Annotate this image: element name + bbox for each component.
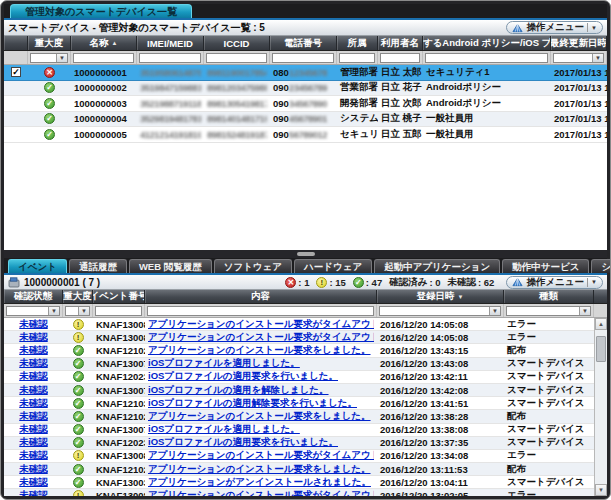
event-row[interactable]: 未確認 KNAF130038 アプリケーションがアンインストールされました。 2…	[4, 476, 594, 489]
policy-filter-input[interactable]	[425, 53, 548, 63]
imei-filter-input[interactable]	[139, 53, 201, 63]
event-content-filter-input[interactable]	[147, 306, 374, 316]
header-imei[interactable]: IMEI/MEID	[137, 36, 204, 50]
event-content-link[interactable]: アプリケーションのインストール要求がタイムアウトしました。	[148, 450, 374, 462]
header-last-updated[interactable]: 最終更新日時	[551, 36, 607, 50]
confirm-state-link[interactable]: 未確認	[19, 318, 48, 330]
severity-filter-dropdown[interactable]: ▼	[30, 53, 68, 63]
event-content-link[interactable]: アプリケーションのインストール要求がタイムアウトしました。	[148, 331, 374, 343]
event-content-link[interactable]: iOSプロファイルの適用要求を行いました。	[148, 371, 338, 383]
event-scrollbar[interactable]: ▲ ▼	[594, 318, 607, 496]
device-row[interactable]: ✓ 1000000003 35219887191184 898130541981…	[4, 96, 607, 112]
event-row[interactable]: 未確認 KNAF130077 iOSプロファイルの適用を解除しました。 2016…	[4, 384, 594, 397]
device-row[interactable]: ✓ 1000000005 41212141918193 898152481918…	[4, 127, 607, 143]
detail-tab[interactable]: 動作中サービス	[502, 259, 589, 273]
detail-tab[interactable]: ハードウェア	[294, 259, 372, 273]
device-operations-menu-button[interactable]: 操作メニュー ▼	[506, 21, 603, 34]
event-content-link[interactable]: アプリケーションがアンインストールされました。	[148, 476, 371, 488]
event-operations-menu-button[interactable]: 操作メニュー ▼	[506, 276, 603, 289]
event-row[interactable]: 未確認 KNAF130089 アプリケーションのインストール要求がタイムアウトし…	[4, 489, 594, 496]
scrollbar-thumb[interactable]	[596, 336, 606, 362]
event-row[interactable]: 未確認 KNAF121026 アプリケーションのインストール要求をしました。 2…	[4, 463, 594, 476]
event-row[interactable]: 未確認 KNAF130089 アプリケーションのインストール要求がタイムアウトし…	[4, 318, 594, 331]
event-row[interactable]: 未確認 KNAF120231 iOSプロファイルの適用要求を行いました。 201…	[4, 437, 594, 450]
confirm-state-link[interactable]: 未確認	[19, 424, 48, 436]
scrollbar-up-arrow[interactable]: ▲	[595, 318, 607, 330]
detail-tab[interactable]: 起動中アプリケーション	[374, 259, 500, 273]
event-content-link[interactable]: iOSプロファイルの適用を解除しました。	[148, 384, 329, 396]
event-content-link[interactable]: アプリケーションのインストール要求をしました。	[148, 410, 371, 422]
event-severity-filter-dropdown[interactable]: ▼	[65, 306, 90, 316]
detail-tab[interactable]: ソフトウェア	[214, 259, 292, 273]
event-row[interactable]: 未確認 KNAF121038 iOSプロファイルの適用解除要求を行いました。 2…	[4, 397, 594, 410]
header-event-severity[interactable]: 重大度	[63, 290, 93, 303]
confirm-state-filter-dropdown[interactable]: ▼	[6, 306, 60, 316]
header-policy[interactable]: 適用するAndroid ポリシー/iOS プロ...	[423, 36, 551, 50]
device-row[interactable]: ✓ 1000000002 35198471598814 898120347598…	[4, 81, 607, 97]
department-filter-input[interactable]	[339, 53, 375, 63]
device-row[interactable]: ✓ 1000000001 35195806148785 898119001785…	[4, 65, 607, 81]
confirm-state-link[interactable]: 未確認	[19, 450, 48, 462]
header-confirm-state[interactable]: 確認状態	[4, 290, 63, 303]
header-event-type[interactable]: 種類	[504, 290, 594, 303]
header-event-date[interactable]: 登録日時▼	[377, 290, 504, 303]
confirm-state-link[interactable]: 未確認	[19, 344, 48, 356]
event-content-link[interactable]: アプリケーションのインストール要求がタイムアウトしました。	[148, 318, 374, 330]
phone-masked: 23456789	[289, 82, 327, 93]
count-status-icon	[353, 277, 364, 288]
event-type-filter-dropdown[interactable]: ▼	[506, 306, 591, 316]
event-content-link[interactable]: iOSプロファイルを適用しました。	[148, 358, 300, 370]
event-date-filter-dropdown[interactable]: ▼	[379, 306, 501, 316]
device-last-updated: 2017/01/13 11...	[551, 81, 607, 96]
tab-managed-smart-devices[interactable]: 管理対象のスマートデバイス一覧	[10, 4, 192, 18]
confirm-state-link[interactable]: 未確認	[19, 358, 48, 370]
confirm-state-link[interactable]: 未確認	[19, 371, 48, 383]
confirm-state-link[interactable]: 未確認	[19, 476, 48, 488]
event-row[interactable]: 未確認 KNAF130089 アプリケーションのインストール要求がタイムアウトし…	[4, 331, 594, 344]
confirm-state-link[interactable]: 未確認	[19, 463, 48, 475]
header-event-content[interactable]: 内容	[145, 290, 377, 303]
operations-menu-label: 操作メニュー	[526, 21, 584, 34]
confirm-state-link[interactable]: 未確認	[19, 410, 48, 422]
confirm-state-link[interactable]: 未確認	[19, 384, 48, 396]
event-content-link[interactable]: iOSプロファイルの適用要求を行いました。	[148, 437, 338, 449]
event-content-link[interactable]: アプリケーションのインストール要求をしました。	[148, 463, 371, 475]
iccid-filter-input[interactable]	[206, 53, 267, 63]
name-filter-input[interactable]	[73, 53, 134, 63]
event-content-link[interactable]: アプリケーションのインストール要求がタイムアウトしました。	[148, 489, 374, 496]
phone-filter-input[interactable]	[272, 53, 334, 63]
device-row[interactable]: ✓ 1000000004 35298194817817 898140148171…	[4, 112, 607, 128]
panel-splitter[interactable]	[4, 250, 607, 258]
header-severity[interactable]: 重大度	[28, 36, 71, 50]
event-date: 2016/12/20 13:38:08	[377, 424, 504, 436]
event-row[interactable]: 未確認 KNAF130075 iOSプロファイルを適用しました。 2016/12…	[4, 424, 594, 437]
event-row[interactable]: 未確認 KNAF130089 アプリケーションのインストール要求がタイムアウトし…	[4, 450, 594, 463]
event-row[interactable]: 未確認 KNAF121026 アプリケーションのインストール要求をしました。 2…	[4, 410, 594, 423]
detail-tab[interactable]: WEB 閲覧履歴	[129, 259, 212, 273]
event-content-link[interactable]: アプリケーションのインストール要求をしました。	[148, 344, 371, 356]
detail-tab[interactable]: システム情報	[591, 259, 611, 273]
row-checkbox[interactable]: ✓	[11, 67, 21, 77]
scrollbar-down-arrow[interactable]: ▼	[595, 484, 607, 496]
user-filter-input[interactable]	[380, 53, 420, 63]
event-content-link[interactable]: iOSプロファイルを適用しました。	[148, 424, 300, 436]
confirm-state-link[interactable]: 未確認	[19, 397, 48, 409]
detail-tab[interactable]: 通話履歴	[69, 259, 127, 273]
event-row[interactable]: 未確認 KNAF130075 iOSプロファイルを適用しました。 2016/12…	[4, 358, 594, 371]
header-iccid[interactable]: ICCID	[204, 36, 270, 50]
event-row[interactable]: 未確認 KNAF121026 アプリケーションのインストール要求をしました。 2…	[4, 344, 594, 357]
header-name[interactable]: 名称▲	[71, 36, 137, 50]
header-user[interactable]: 利用者名	[378, 36, 423, 50]
event-content-link[interactable]: iOSプロファイルの適用解除要求を行いました。	[148, 397, 357, 409]
event-row[interactable]: 未確認 KNAF120231 iOSプロファイルの適用要求を行いました。 201…	[4, 371, 594, 384]
header-phone[interactable]: 電話番号	[270, 36, 337, 50]
event-severity-icon	[73, 385, 84, 396]
detail-tab[interactable]: イベント	[8, 259, 67, 273]
confirm-state-link[interactable]: 未確認	[19, 489, 48, 496]
event-number-filter-input[interactable]	[95, 306, 142, 316]
header-event-number[interactable]: イベント番号	[93, 290, 145, 303]
confirm-state-link[interactable]: 未確認	[19, 437, 48, 449]
confirm-state-link[interactable]: 未確認	[19, 331, 48, 343]
header-department[interactable]: 所属	[337, 36, 378, 50]
updated-filter-dropdown[interactable]: ▼	[553, 53, 604, 63]
